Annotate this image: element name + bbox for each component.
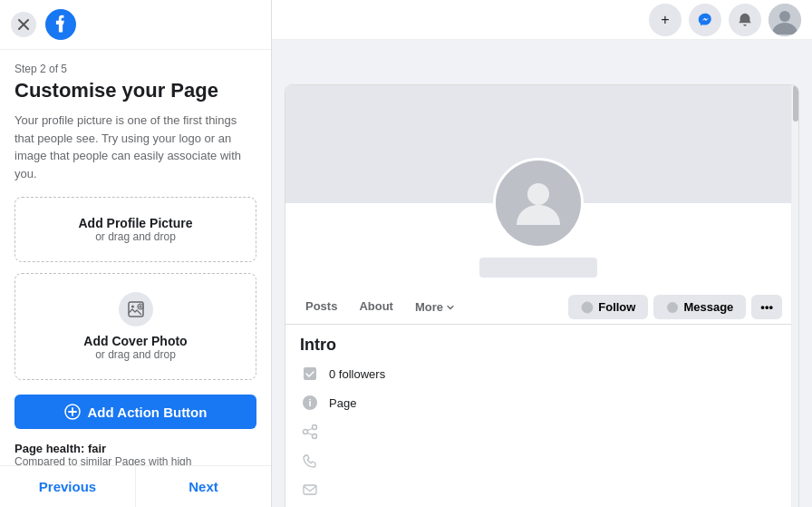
cover-upload-title: Add Cover Photo: [34, 334, 237, 348]
add-nav-button[interactable]: +: [649, 4, 682, 36]
notifications-nav-button[interactable]: [729, 4, 761, 36]
health-label: Page health: fair: [14, 442, 256, 455]
followers-item: 0 followers: [300, 364, 777, 384]
left-panel: Step 2 of 5 Customise your Page Your pro…: [0, 0, 272, 507]
bottom-navigation: Previous Next: [0, 465, 271, 507]
page-title: Customise your Page: [14, 79, 256, 102]
avatar-image: [768, 4, 801, 36]
user-avatar[interactable]: [768, 4, 801, 36]
intro-section: Intro 0 followers: [285, 325, 791, 507]
svg-line-26: [308, 429, 313, 431]
svg-rect-20: [304, 367, 316, 380]
tab-about[interactable]: About: [348, 290, 404, 324]
svg-rect-28: [304, 485, 316, 494]
add-action-label: Add Action Button: [88, 405, 208, 420]
followers-icon: [300, 364, 320, 384]
tab-actions: Follow Message •••: [568, 295, 782, 319]
profile-silhouette-icon: [511, 176, 566, 230]
next-button[interactable]: Next: [136, 466, 271, 507]
follow-button[interactable]: Follow: [568, 295, 648, 319]
bell-icon: [737, 12, 753, 28]
svg-point-24: [304, 430, 308, 434]
page-description: Your profile picture is one of the first…: [14, 112, 256, 182]
messenger-nav-button[interactable]: [689, 4, 721, 36]
svg-point-19: [667, 302, 678, 313]
page-name-placeholder: [479, 258, 597, 278]
info-icon: i: [300, 393, 320, 413]
message-icon: [666, 301, 679, 314]
message-button[interactable]: Message: [653, 295, 746, 319]
page-type-item: i Page: [300, 393, 777, 413]
page-tab-bar: Posts About More: [285, 290, 791, 325]
profile-picture-area: [285, 158, 791, 283]
plus-icon: +: [661, 12, 669, 28]
svg-point-12: [779, 11, 790, 22]
ellipsis-icon: •••: [760, 300, 773, 314]
svg-point-25: [313, 434, 317, 439]
profile-upload-subtitle: or drag and drop: [34, 230, 237, 243]
svg-line-27: [308, 434, 313, 435]
profile-circle-inner: [496, 161, 581, 246]
intro-title: Intro: [300, 336, 777, 355]
tab-more[interactable]: More: [404, 291, 466, 323]
top-bar: [0, 0, 271, 50]
page-type-text: Page: [329, 396, 356, 410]
more-options-button[interactable]: •••: [751, 295, 782, 319]
left-content: Step 2 of 5 Customise your Page Your pro…: [0, 50, 271, 507]
cover-photo-upload[interactable]: Add Cover Photo or drag and drop: [14, 273, 256, 380]
chevron-down-icon: [446, 303, 455, 312]
right-wrapper: + Desktop preview: [272, 0, 812, 507]
svg-point-4: [131, 306, 134, 308]
svg-text:i: i: [308, 397, 311, 408]
action-button-icon: [64, 404, 81, 420]
preview-scroll-area[interactable]: Posts About More: [285, 85, 798, 507]
messenger-icon: [697, 12, 713, 28]
followers-text: 0 followers: [329, 367, 385, 381]
email-icon: [300, 480, 320, 500]
profile-upload-title: Add Profile Picture: [34, 216, 237, 230]
cover-photo-icon: [119, 292, 153, 327]
global-nav-bar: +: [272, 0, 812, 40]
svg-point-23: [313, 425, 317, 430]
previous-button[interactable]: Previous: [0, 466, 136, 507]
facebook-logo-icon: [45, 9, 76, 40]
svg-point-16: [527, 183, 549, 205]
phone-item: [300, 451, 777, 471]
cover-upload-subtitle: or drag and drop: [34, 348, 237, 361]
email-item: [300, 480, 777, 500]
phone-icon: [300, 451, 320, 471]
step-label: Step 2 of 5: [14, 63, 256, 75]
follow-icon: [581, 301, 594, 314]
right-panel: Desktop preview: [272, 0, 812, 507]
close-button[interactable]: [11, 12, 36, 37]
add-action-button[interactable]: Add Action Button: [14, 395, 256, 429]
profile-picture-upload[interactable]: Add Profile Picture or drag and drop: [14, 197, 256, 262]
tab-posts[interactable]: Posts: [295, 290, 348, 324]
share-icon: [300, 422, 320, 442]
share-item: [300, 422, 777, 442]
profile-circle: [493, 158, 584, 249]
preview-area: Posts About More: [285, 84, 799, 507]
